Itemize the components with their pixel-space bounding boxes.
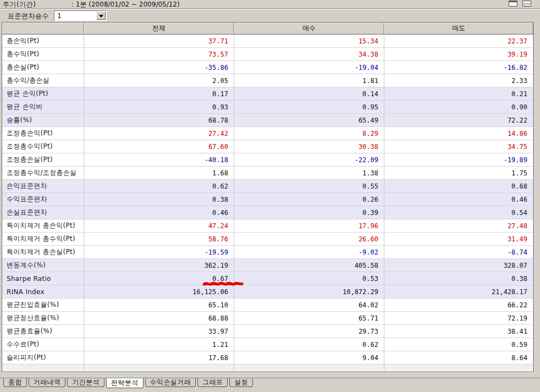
cell-value: 8.29 [234,127,384,140]
cell-value: -16.82 [384,61,533,74]
table-row: 슬리피지(Pt)17.689.048.64 [2,351,533,365]
tab-종합[interactable]: 종합 [3,378,27,387]
combobox-drop-button[interactable] [96,12,106,20]
cell-value: 0.26 [234,193,384,206]
cell-value: 34.75 [384,140,533,153]
stddev-multiplier-select[interactable]: 1 [54,10,107,21]
cell-value: 73.57 [84,48,234,61]
table-row: 손익표준편차0.620.550.68 [2,180,533,193]
cell-value: -19.04 [234,61,384,74]
cell-value: 0.53 [234,272,384,285]
cell-value: -22.09 [234,153,384,167]
cell-value: 38.41 [384,325,533,338]
cell-value: 66.22 [384,299,533,312]
cell-value: 34.38 [234,48,384,61]
cell-value: 0.38 [384,272,533,285]
cell-value: 30.38 [234,140,384,153]
cell-value: 39.19 [384,48,533,61]
cell-value: 65.71 [234,312,384,325]
bottom-tab-bar: 종합거래내역기간분석전략분석수익손실거래그래프설정 [0,378,540,389]
cell-value: 26.60 [234,233,384,246]
cell-value: 0.14 [234,87,384,101]
row-label: 총수익/총손실 [2,74,84,87]
tab-전략분석[interactable]: 전략분석 [106,378,144,388]
window-close-icon[interactable] [522,1,531,7]
row-label: 손익표준편차 [2,180,84,193]
row-label: 조정총손익(Pt) [2,127,84,140]
cell-value: 72.19 [384,312,533,325]
cell-value: 27.48 [384,219,533,233]
chevron-down-icon [99,15,103,20]
cell-value: 2.33 [384,74,533,87]
table-row: 평균청산효율(%)68.8865.7172.19 [2,312,533,325]
row-label: 변동계수(%) [2,259,84,272]
cell-value: 0.67 [84,272,234,285]
cell-value: 27.42 [84,127,234,140]
cell-value: 0.93 [84,101,234,114]
row-label: 특이치제거 총손실(Pt) [2,246,84,259]
row-label: 총손실(Pt) [2,61,84,74]
tab-기간분석[interactable]: 기간분석 [67,378,104,387]
cell-value: 65.10 [84,299,234,312]
cell-value: 67.60 [84,140,234,153]
row-label-header [2,23,84,34]
cell-value: 33.97 [84,325,234,338]
table-row: 조정총수익(Pt)67.6030.3834.75 [2,140,533,153]
row-label: 평균 손익비 [2,101,84,114]
cell-value: 1.75 [384,167,533,180]
cell-value: 58.76 [84,233,234,246]
column-header-buy: 매수 [234,23,384,34]
tab-수익손실거래[interactable]: 수익손실거래 [145,378,196,387]
cell-value: 0.39 [234,206,384,219]
cell-value: 0.59 [384,338,533,351]
window-restore-icon[interactable] [509,1,517,7]
row-label: 수익표준편차 [2,193,84,206]
cell-value: 15.34 [234,35,384,48]
cell-value: 31.49 [384,233,533,246]
table-row: 평균 손익(Pt)0.170.140.21 [2,87,533,101]
row-label: 슬리피지(Pt) [2,351,84,365]
table-row: 변동계수(%)362.19405.58328.07 [2,259,533,272]
cell-value: 0.38 [84,193,234,206]
cell-value: 14.86 [384,127,533,140]
cell-value: 0.62 [84,180,234,193]
table-row: 승률(%)68.7865.4972.22 [2,114,533,127]
cell-value: 0.90 [384,101,533,114]
stddev-multiplier-value: 1 [57,12,62,20]
table-row: 총손실(Pt)-35.86-19.04-16.82 [2,61,533,74]
cell-value: 0.17 [84,87,234,101]
cell-value: 0.95 [234,101,384,114]
tab-설정[interactable]: 설정 [229,378,253,387]
cell-value: -35.86 [84,61,234,74]
tab-거래내역[interactable]: 거래내역 [29,378,66,387]
cell-value: -19.89 [384,153,533,167]
cell-value: 0.62 [234,338,384,351]
table-row: 조정총손익(Pt)27.428.2914.86 [2,127,533,140]
cell-value: 8.64 [384,351,533,365]
cell-value: 405.58 [234,259,384,272]
table-filler-row [2,365,533,372]
table-row: RINA Index16,125.0610,872.2921,428.17 [2,285,533,299]
cell-value: -8.74 [384,246,533,259]
row-label: 총손익(Pt) [2,35,84,48]
cell-value: 0.54 [384,206,533,219]
stddev-multiplier-label: 표준편차승수 [8,12,49,21]
statistics-table: 전체 매수 매도 총손익(Pt)37.7115.3422.37총수익(Pt)73… [2,22,534,372]
row-label: 총수익(Pt) [2,48,84,61]
cell-value: -40.18 [84,153,234,167]
table-row: 수수료(Pt)1.210.620.59 [2,338,533,351]
table-row: 평균 손익비0.930.950.90 [2,101,533,114]
table-row: 특이치제거 총수익(Pt)58.7626.6031.49 [2,233,533,246]
cell-value: 21,428.17 [384,285,533,299]
cell-value: 10,872.29 [234,285,384,299]
row-label: Sharpe Ratio [2,272,84,285]
table-row: 조정총손실(Pt)-40.18-22.09-19.89 [2,153,533,167]
strategy-analysis-window: 주기(기간) : 1분 (2008/01/02 ~ 2009/05/12) 표준… [0,0,540,392]
row-label: 조정총수익(Pt) [2,140,84,153]
cell-value: 1.68 [84,167,234,180]
cell-value: 17.68 [84,351,234,365]
cell-value: 0.21 [384,87,533,101]
table-header-row: 전체 매수 매도 [2,23,533,35]
tab-그래프[interactable]: 그래프 [197,378,228,387]
row-label: 평균 손익(Pt) [2,87,84,101]
